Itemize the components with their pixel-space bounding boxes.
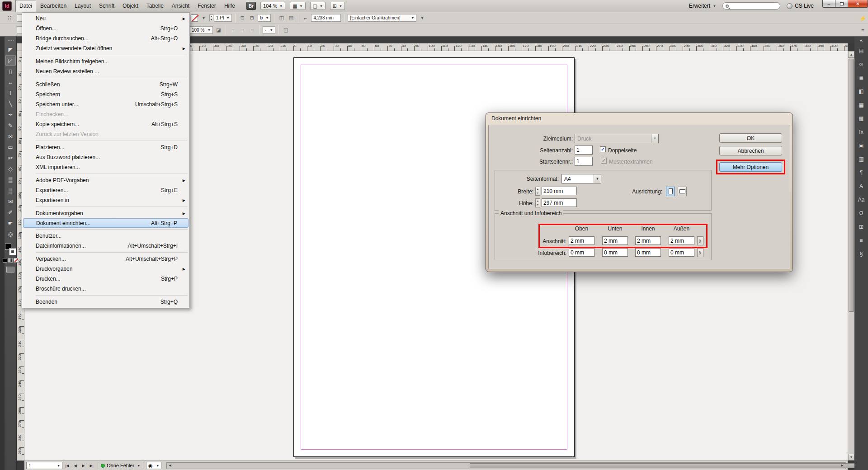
menu-hilfe[interactable]: Hilfe	[220, 0, 239, 12]
last-page-button[interactable]: ▶|	[88, 462, 95, 469]
file-menu-item-druckvorgaben[interactable]: Druckvorgaben▶	[22, 264, 189, 274]
stroke-weight-combo[interactable]: ▲▼1 Pt▼	[209, 14, 232, 22]
layers-panel-icon[interactable]: ≡	[856, 235, 866, 245]
infobereich-oben-input[interactable]	[569, 248, 594, 257]
file-menu-item-beenden[interactable]: BeendenStrg+Q	[22, 297, 189, 307]
stroke-menu-arrow-icon[interactable]: ▾	[200, 14, 208, 22]
cancel-button[interactable]: Abbrechen	[719, 146, 782, 155]
view-options-combo[interactable]: ▦▼	[290, 2, 305, 10]
doppelseite-checkbox[interactable]: ✓	[600, 146, 606, 152]
corner-size-field[interactable]: 4,233 mm	[311, 14, 341, 22]
anschnitt-au-en-input[interactable]	[669, 236, 694, 245]
color-panel-icon[interactable]: ◧	[856, 86, 866, 96]
rectangle-frame-tool[interactable]: ⊠	[5, 131, 16, 142]
zielmedium-select[interactable]: Druck ▼	[575, 134, 659, 143]
vertical-scrollbar[interactable]: ▲ ▼	[848, 51, 854, 461]
control-panel-menu-icon[interactable]: ≡	[859, 27, 867, 34]
file-menu-item-dokument-einrichten[interactable]: Dokument einrichten...Alt+Strg+P	[23, 218, 189, 228]
file-menu-item-meinen-bildschirm-freigeben[interactable]: Meinen Bildschirm freigeben...	[22, 56, 189, 66]
hand-tool[interactable]: ☛	[5, 218, 16, 229]
preflight-profile-combo[interactable]: ◉ ▼	[146, 462, 161, 469]
scroll-down-arrow[interactable]: ▼	[848, 454, 854, 461]
file-menu-item-exportieren[interactable]: Exportieren...Strg+E	[22, 185, 189, 195]
character-panel-icon[interactable]: A	[856, 181, 866, 191]
menu-tabelle[interactable]: Tabelle	[142, 0, 168, 12]
fit-frame-button[interactable]: ⊟	[248, 14, 256, 22]
file-menu-item-dateiinformationen[interactable]: Dateiinformationen...Alt+Umschalt+Strg+I	[22, 241, 189, 251]
opacity-combo[interactable]: 100 %▼	[189, 26, 213, 34]
selection-tool[interactable]: ◤	[5, 44, 16, 55]
corner-options-icon[interactable]: ⌐	[302, 14, 309, 22]
menu-schrift[interactable]: Schrift	[95, 0, 118, 12]
stroke-weight-combo-value[interactable]: 1 Pt▼	[214, 14, 232, 22]
object-styles-panel-icon[interactable]: ▣	[856, 141, 866, 150]
panel-grip-icon[interactable]	[7, 40, 14, 42]
align-right-button[interactable]: ≡	[248, 26, 256, 34]
infobereich-unten-input[interactable]	[602, 248, 628, 257]
anschnitt-oben-input[interactable]	[569, 236, 594, 245]
file-menu-item-benutzer[interactable]: Benutzer...	[22, 231, 189, 241]
maximize-button[interactable]	[835, 0, 848, 8]
glyphs-panel-icon[interactable]: Ω	[856, 208, 866, 218]
minimize-button[interactable]: –	[822, 0, 835, 8]
menu-datei[interactable]: Datei	[15, 0, 36, 12]
eyedropper-tool[interactable]: ✐	[5, 207, 16, 218]
ok-button[interactable]: OK	[719, 133, 782, 143]
arrange-documents-combo[interactable]: ⊞▼	[330, 2, 345, 10]
stroke-panel-icon[interactable]: ≣	[856, 73, 866, 83]
fill-stroke-control[interactable]	[5, 244, 16, 255]
menu-fenster[interactable]: Fenster	[193, 0, 220, 12]
infobereich-au-en-input[interactable]	[669, 248, 694, 257]
hoehe-input[interactable]	[542, 198, 577, 207]
apply-gradient-button[interactable]	[8, 258, 13, 263]
file-menu-item-drucken[interactable]: Drucken...Strg+P	[22, 274, 189, 284]
type-tool[interactable]: T	[5, 88, 16, 99]
swatches-panel-icon[interactable]: ▦	[856, 100, 866, 110]
infobereich-link-icon[interactable]: ∞	[697, 248, 703, 257]
align-center-button[interactable]: ≡	[239, 26, 246, 34]
stroke-none-swatch[interactable]	[191, 14, 198, 22]
breite-input[interactable]	[542, 187, 577, 195]
scroll-right-arrow[interactable]: ▶	[839, 463, 845, 469]
first-page-button[interactable]: |◀	[64, 462, 71, 469]
cs-live-button[interactable]: CS Live	[787, 3, 814, 9]
file-menu-item-schlie-en[interactable]: SchließenStrg+W	[22, 80, 189, 89]
menu-layout[interactable]: Layout	[71, 0, 95, 12]
direct-selection-tool[interactable]: ◸	[5, 55, 16, 66]
scroll-up-arrow[interactable]: ▲	[848, 51, 854, 58]
gradient-feather-tool[interactable]: ░	[5, 185, 16, 196]
launch-bridge-button[interactable]: Br	[246, 2, 256, 10]
effects-panel-icon[interactable]: fx	[856, 127, 866, 137]
corner-shape-combo[interactable]: ⌐▼	[263, 26, 275, 34]
breite-stepper[interactable]: ▲▼	[535, 187, 540, 196]
zoom-tool[interactable]: ◎	[5, 229, 16, 240]
file-menu-item-neuen-review-erstellen[interactable]: Neuen Review erstellen ...	[22, 66, 189, 76]
line-tool[interactable]: ╲	[5, 99, 16, 109]
orientation-portrait-button[interactable]	[666, 187, 675, 196]
file-menu-item-brosch-re-drucken[interactable]: Broschüre drucken...	[22, 284, 189, 294]
startseitennr-input[interactable]	[575, 157, 593, 166]
horizontal-scroll-thumb[interactable]	[470, 463, 868, 468]
search-box[interactable]	[722, 2, 780, 9]
gradient-swatch-tool[interactable]: ▒	[5, 174, 16, 185]
pen-tool[interactable]: ✒	[5, 109, 16, 120]
gap-tool[interactable]: ↔	[5, 77, 16, 88]
close-button[interactable]: ✕	[848, 0, 868, 8]
search-input[interactable]	[731, 3, 776, 9]
reference-point-proxy[interactable]	[6, 14, 13, 21]
scroll-left-arrow[interactable]: ◀	[167, 463, 173, 469]
expand-panels-icon[interactable]: «	[860, 37, 863, 44]
rectangle-tool[interactable]: ▭	[5, 142, 16, 153]
file-menu-item-verpacken[interactable]: Verpacken...Alt+Umschalt+Strg+P	[22, 254, 189, 264]
character-styles-panel-icon[interactable]: Aa	[856, 195, 866, 205]
screen-mode-combo[interactable]: ▢▼	[310, 2, 326, 10]
vertical-scroll-thumb[interactable]	[849, 59, 854, 312]
file-menu-item-dokumentvorgaben[interactable]: Dokumentvorgaben▶	[22, 208, 189, 218]
text-wrap-button[interactable]: ◫	[282, 26, 290, 34]
seitenanzahl-input[interactable]	[575, 146, 593, 155]
more-options-button[interactable]: Mehr Optionen	[719, 162, 782, 172]
file-menu-item-bridge-durchsuchen[interactable]: Bridge durchsuchen...Alt+Strg+O	[22, 33, 189, 43]
seitenformat-select[interactable]: A4 ▼	[561, 174, 601, 183]
gradient-panel-icon[interactable]: ▩	[856, 113, 866, 123]
menu-objekt[interactable]: Objekt	[118, 0, 142, 12]
